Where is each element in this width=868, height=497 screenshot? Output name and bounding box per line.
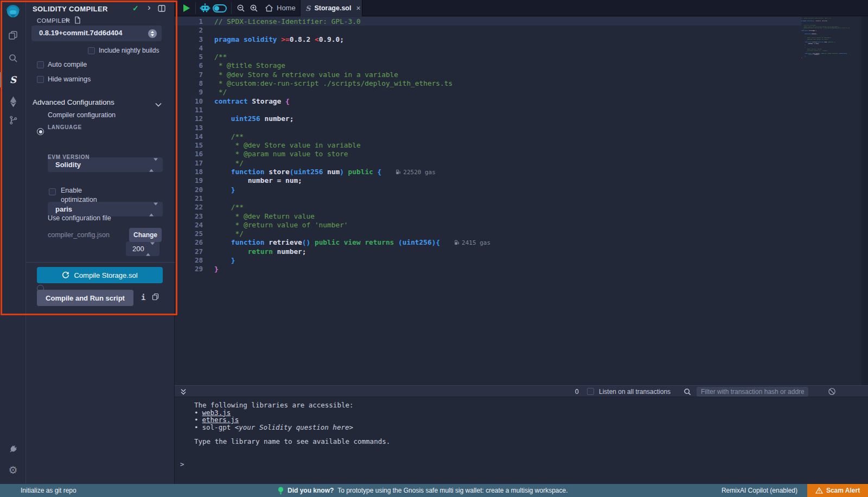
line-numbers: 1234567891011121314151617181920212223242… (175, 17, 203, 274)
hide-warnings-checkbox[interactable] (37, 76, 44, 83)
code-line[interactable]: number = num; (214, 176, 490, 185)
collapse-terminal-icon[interactable] (180, 388, 187, 398)
compile-success-check-icon: ✓ (132, 4, 139, 12)
code-line[interactable]: * @return value of 'number' (214, 221, 490, 230)
panel-divider (26, 262, 175, 263)
compiler-configuration-label: Compiler configuration (48, 111, 116, 119)
code-line[interactable]: } (214, 186, 490, 194)
code-line[interactable]: // SPDX-License-Identifier: GPL-3.0 (214, 17, 490, 26)
code-line[interactable]: uint256 number; (214, 114, 490, 123)
code-line[interactable]: */ (214, 159, 490, 168)
split-view-icon[interactable] (158, 4, 165, 14)
solidity-compiler-icon[interactable]: S (0, 72, 26, 88)
solidity-file-icon: S (305, 4, 310, 12)
deploy-run-icon[interactable] (0, 93, 26, 110)
tab-storage-sol[interactable]: S Storage.sol × (300, 0, 362, 16)
info-icon[interactable]: i (141, 293, 145, 302)
copy-icon[interactable] (152, 293, 159, 303)
chevron-down-icon[interactable] (155, 99, 162, 109)
workspaces-icon[interactable] (0, 27, 26, 43)
git-init-button[interactable]: Initialize as git repo (21, 484, 76, 497)
code-line[interactable] (214, 106, 490, 114)
ai-robot-icon[interactable] (200, 3, 210, 15)
listen-transactions-checkbox[interactable] (587, 388, 594, 395)
code-line[interactable]: * @dev Return value (214, 212, 490, 221)
zoom-in-icon[interactable] (250, 4, 258, 15)
remix-logo[interactable] (4, 4, 22, 21)
code-line[interactable]: function retrieve() public view returns … (214, 238, 490, 247)
settings-icon[interactable]: ⚙ (0, 462, 26, 478)
solgpt-command: sol-gpt (202, 423, 235, 431)
code-line[interactable]: * @param num value to store (214, 150, 490, 158)
compile-and-run-button[interactable]: Compile and Run script (37, 290, 133, 306)
compile-button[interactable]: Compile Storage.sol (37, 267, 163, 283)
code-line[interactable]: */ (214, 88, 490, 97)
gas-estimate: 2415 gas (454, 239, 490, 246)
plugin-manager-icon[interactable] (0, 441, 26, 457)
add-compiler-icon[interactable]: + (64, 15, 69, 25)
zoom-out-icon[interactable] (237, 4, 245, 15)
change-config-button[interactable]: Change (129, 228, 162, 242)
use-configuration-file-label: Use configuration file (48, 214, 111, 222)
scam-alert-label: Scam Alert (826, 487, 860, 494)
code-line[interactable]: /** (214, 132, 490, 141)
code-line[interactable]: } (214, 256, 490, 265)
auto-compile-checkbox[interactable] (37, 61, 44, 68)
code-line[interactable]: * @dev Store value in variable (214, 141, 490, 150)
terminal-list-item: •sol-gpt <your Solidity question here> (194, 424, 868, 431)
import-compiler-icon[interactable] (74, 16, 81, 26)
compiler-version-select[interactable]: 0.8.19+commit.7dd6d404 (31, 26, 162, 41)
editor-toolbar: Home S Storage.sol × (175, 0, 868, 16)
config-file-name[interactable]: compiler_config.json (48, 231, 110, 239)
code-line[interactable]: return number; (214, 247, 490, 256)
close-tab-icon[interactable]: × (356, 4, 360, 12)
solgpt-argument: <your Solidity question here> (235, 423, 353, 431)
code-line[interactable]: * @custom:dev-run-script ./scripts/deplo… (214, 79, 490, 88)
code-line[interactable] (214, 44, 490, 53)
scam-alert-button[interactable]: Scam Alert (807, 484, 868, 497)
optimization-runs-input[interactable]: 200 (126, 241, 159, 256)
code-line[interactable]: function store(uint256 num) public {2252… (214, 168, 490, 176)
code-line[interactable] (214, 26, 490, 35)
search-icon[interactable] (0, 50, 26, 66)
include-nightly-label: Include nightly builds (99, 47, 159, 54)
home-icon[interactable] (265, 4, 273, 14)
hide-warnings-label: Hide warnings (48, 75, 91, 83)
code-line[interactable] (214, 124, 490, 132)
clear-console-icon[interactable] (828, 387, 836, 398)
compiler-configuration-radio[interactable] (37, 128, 44, 135)
terminal-prompt[interactable]: > (180, 460, 184, 468)
git-icon[interactable] (0, 112, 26, 128)
include-nightly-checkbox[interactable] (88, 47, 95, 54)
terminal-list-item: •web3.js (194, 409, 868, 417)
compiler-version-value: 0.8.19+commit.7dd6d404 (31, 26, 162, 41)
search-icon[interactable] (684, 388, 691, 398)
code-line[interactable]: */ (214, 230, 490, 238)
minimap[interactable]: // SPDX-License-Identifier: GPL-3.0pragm… (801, 18, 860, 59)
terminal[interactable]: The following libraries are accessible: … (175, 397, 868, 484)
enable-optimization-label: Enable optimization (61, 186, 111, 205)
advanced-configurations-header[interactable]: Advanced Configurations (33, 98, 114, 106)
ai-toggle[interactable] (213, 4, 227, 12)
terminal-list-item: •ethers.js (194, 416, 868, 424)
code-line[interactable] (214, 194, 490, 203)
home-tab[interactable]: Home (277, 0, 296, 16)
enable-optimization-checkbox[interactable] (49, 188, 56, 195)
panel-next-icon[interactable]: › (148, 4, 151, 11)
play-icon[interactable] (183, 4, 190, 12)
code-lines: // SPDX-License-Identifier: GPL-3.0pragm… (214, 17, 490, 274)
transaction-filter-input[interactable] (697, 387, 808, 397)
code-line[interactable]: } (214, 265, 490, 273)
code-line[interactable]: pragma solidity >=0.8.2 <0.9.0; (214, 35, 490, 44)
main-area: Home S Storage.sol × 1234567891011121314… (175, 0, 868, 484)
code-line[interactable]: * @title Storage (214, 61, 490, 70)
code-line[interactable]: * @dev Store & retrieve value in a varia… (214, 71, 490, 79)
select-arrows-icon (149, 161, 158, 169)
code-line[interactable]: contract Storage { (214, 97, 490, 106)
editor-scrollbar[interactable] (861, 16, 868, 385)
code-line[interactable]: /** (214, 53, 490, 61)
code-line[interactable]: /** (214, 203, 490, 212)
remix-ide: S ⚙ SOLIDITY COMPILER ✓ › COMPILER + 0.8… (0, 0, 868, 497)
copilot-status[interactable]: RemixAI Copilot (enabled) (722, 484, 797, 497)
code-editor[interactable]: 1234567891011121314151617181920212223242… (175, 16, 868, 385)
